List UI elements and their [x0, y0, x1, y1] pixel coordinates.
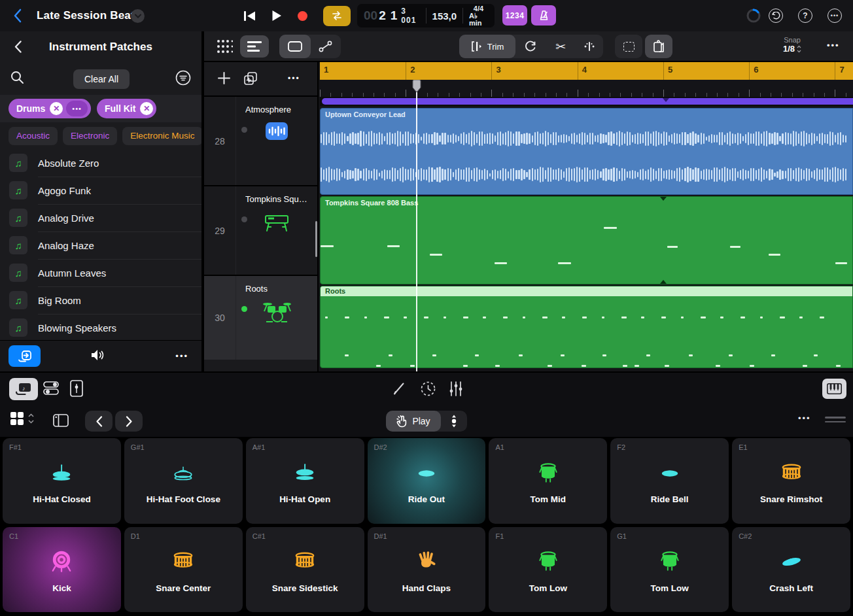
pads-more-icon[interactable]: ••• — [798, 413, 811, 423]
marquee-select-icon[interactable] — [615, 35, 642, 58]
cpu-meter-icon[interactable] — [746, 9, 761, 23]
record-enable-dot[interactable] — [241, 306, 247, 312]
cycle-loop-button[interactable] — [323, 6, 351, 26]
drum-pad-ride-out[interactable]: D#2Ride Out — [368, 438, 486, 524]
duplicate-track-icon[interactable] — [243, 71, 258, 88]
track-header-roots[interactable]: 30 Roots — [204, 276, 317, 360]
smart-controls-icon[interactable] — [43, 381, 60, 399]
search-icon[interactable] — [10, 71, 24, 87]
browser-back-icon[interactable] — [14, 41, 22, 56]
drum-pad-hi-hat-closed[interactable]: F#1Hi-Hat Closed — [3, 438, 121, 524]
drum-pad-tom-low[interactable]: F1Tom Low — [489, 527, 607, 613]
browser-more-icon[interactable]: ••• — [175, 351, 188, 361]
timeline-ruler[interactable]: 1234567 — [320, 62, 853, 97]
title-menu-chevron-icon[interactable] — [131, 9, 145, 23]
region-tompkins-square-808-bass[interactable]: Tompkins Square 808 Bass — [320, 196, 853, 284]
drum-pad-ride-bell[interactable]: F2Ride Bell — [610, 438, 729, 524]
preview-volume-icon[interactable] — [90, 349, 106, 364]
help-icon[interactable]: ? — [798, 9, 812, 23]
remove-tag-icon[interactable]: ✕ — [140, 102, 153, 115]
category-chip-acoustic[interactable]: Acoustic — [9, 127, 58, 145]
remove-tag-icon[interactable]: ✕ — [50, 102, 63, 115]
playhead-handle[interactable] — [412, 80, 421, 95]
lcd-display[interactable]: 00 2 1 3 001 153,0 4/4 A♭ min — [357, 4, 495, 27]
pad-play-mode-button[interactable]: Play — [386, 411, 441, 432]
patch-list-item[interactable]: ♫Big Room — [0, 286, 201, 314]
metronome-button[interactable] — [531, 5, 556, 26]
patch-list-item[interactable]: ♫Autumn Leaves — [0, 259, 201, 286]
topbar-more-icon[interactable]: ••• — [827, 9, 842, 23]
category-chip-electronic-music[interactable]: Electronic Music — [122, 127, 201, 145]
cycle-range-bar[interactable]: 1234567 — [320, 62, 853, 80]
channel-strip-icon[interactable] — [69, 380, 84, 400]
split-scissors-icon[interactable]: ✂ — [546, 39, 576, 54]
drum-pad-hi-hat-open[interactable]: A#1Hi-Hat Open — [246, 438, 364, 524]
project-title[interactable]: Late Session Beat — [37, 0, 135, 31]
playhead-line[interactable] — [416, 92, 417, 371]
drum-pad-tom-mid[interactable]: A1Tom Mid — [489, 438, 607, 524]
tracks-view-icon[interactable] — [240, 35, 269, 58]
select-paste-group — [615, 35, 672, 58]
drum-pad-crash-left[interactable]: C#2Crash Left — [732, 527, 850, 613]
region-roots[interactable]: Roots — [320, 286, 853, 368]
tag-full-kit[interactable]: Full Kit ✕ — [97, 99, 156, 118]
region-tool-icon[interactable] — [279, 35, 311, 58]
patch-list-item[interactable]: ♫Analog Haze — [0, 231, 201, 259]
quantize-clock-icon[interactable] — [420, 381, 436, 400]
paste-icon[interactable] — [645, 35, 672, 58]
keyboard-toggle-button[interactable] — [822, 379, 846, 399]
pad-sidebar-icon[interactable] — [53, 414, 69, 430]
drum-pad-snare-rimshot[interactable]: E1Snare Rimshot — [732, 438, 850, 524]
automation-tool-icon[interactable] — [311, 41, 341, 52]
patch-list-item[interactable]: ♫Absolute Zero — [0, 149, 201, 177]
drum-pad-kick[interactable]: C1Kick — [3, 527, 121, 613]
drum-pad-hand-claps[interactable]: D#1Hand Claps — [368, 527, 486, 613]
grid-view-icon[interactable] — [216, 38, 233, 55]
panel-resize-handle[interactable] — [825, 417, 846, 422]
play-icon[interactable] — [271, 10, 282, 22]
patch-list-item[interactable]: ♫Blowing Speakers — [0, 314, 201, 341]
drum-pad-snare-center[interactable]: D1Snare Center — [124, 527, 243, 613]
vertical-scrollbar[interactable] — [315, 221, 317, 257]
snap-control[interactable]: Snap 1/8 — [783, 36, 801, 53]
lcd-sub-position: 3 001 — [401, 7, 419, 25]
loop-tool-icon[interactable] — [515, 40, 546, 53]
arrangement-section[interactable] — [322, 98, 853, 105]
tag-more-icon[interactable]: ••• — [66, 101, 88, 116]
load-patch-button[interactable] — [9, 345, 41, 367]
pencil-edit-icon[interactable] — [392, 381, 407, 398]
mixer-sliders-icon[interactable] — [449, 381, 463, 400]
add-track-icon[interactable] — [217, 71, 231, 88]
next-bank-button[interactable] — [115, 411, 143, 432]
category-chip-electronic[interactable]: Electronic — [63, 127, 117, 145]
record-enable-dot[interactable] — [241, 127, 247, 133]
go-to-beginning-icon[interactable] — [243, 10, 256, 22]
count-in-button[interactable]: 1234 — [502, 5, 527, 26]
browser-toggle-button[interactable]: ♪ — [9, 378, 38, 400]
tracks-more-icon[interactable]: ••• — [827, 41, 840, 50]
previous-bank-button[interactable] — [85, 411, 113, 432]
undo-history-icon[interactable] — [769, 9, 783, 23]
record-icon[interactable] — [298, 11, 307, 21]
region-uptown-conveyor-lead[interactable]: Uptown Conveyor Lead — [320, 108, 853, 195]
filter-icon[interactable] — [175, 70, 191, 88]
clear-all-button[interactable]: Clear All — [73, 69, 130, 89]
tag-drums[interactable]: Drums ✕ ••• — [9, 99, 91, 118]
drum-pad-tom-low[interactable]: G1Tom Low — [610, 527, 729, 613]
track-header-atmosphere[interactable]: 28 Atmosphere — [204, 97, 317, 186]
track-header-more-icon[interactable]: ••• — [288, 74, 300, 83]
pad-name-label: Hand Claps — [368, 583, 486, 593]
track-header-tompkins[interactable]: 29 Tompkins Squ… — [204, 186, 317, 276]
back-icon[interactable] — [13, 9, 22, 23]
velocity-mode-button[interactable] — [441, 411, 467, 432]
record-enable-dot[interactable] — [241, 216, 247, 222]
gain-tool-icon[interactable] — [576, 41, 603, 52]
view-toggle-bar: ♪ — [0, 373, 853, 405]
trim-tool-button[interactable]: Trim — [459, 35, 515, 58]
pad-layout-selector[interactable] — [9, 411, 34, 426]
drum-pad-hi-hat-foot-close[interactable]: G#1Hi-Hat Foot Close — [124, 438, 243, 524]
lcd-beat: 1 — [391, 9, 398, 23]
patch-list-item[interactable]: ♫Analog Drive — [0, 204, 201, 231]
patch-list-item[interactable]: ♫Agogo Funk — [0, 177, 201, 204]
drum-pad-snare-sidestick[interactable]: C#1Snare Sidestick — [246, 527, 364, 613]
